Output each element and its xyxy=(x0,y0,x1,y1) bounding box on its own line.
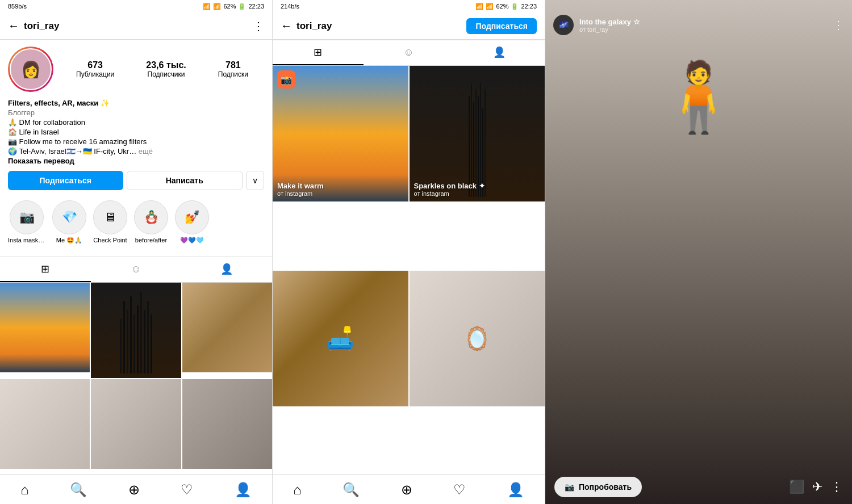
heart-icon-2[interactable]: ♡ xyxy=(453,482,466,498)
story-image: 🧍 xyxy=(545,0,852,504)
subscribe-button[interactable]: Подписаться xyxy=(8,171,123,190)
panel-1: 859b/s 📶 📶 62% 🔋 22:23 ← tori_ray ⋮ 👩 67… xyxy=(0,0,273,504)
highlight-item-2[interactable]: 💎 Me 🤩🙏 xyxy=(52,200,86,244)
grid-cell-6[interactable] xyxy=(182,379,272,469)
story-more-button[interactable]: ⋮ xyxy=(833,18,844,32)
bottom-nav-1: ⌂ 🔍 ⊕ ♡ 👤 xyxy=(0,474,272,504)
highlight-item-1[interactable]: 📷 Insta masks … xyxy=(8,200,45,244)
top-nav-1: ← tori_ray ⋮ xyxy=(0,12,272,40)
story-panel: 🌌 Into the galaxy ☆ от tori_ray ⋮ 🧍 📷 По… xyxy=(545,0,852,504)
bio-category: Блоггер xyxy=(8,108,264,117)
bio-section: Filters, effects, AR, маски ✨ Блоггер 🙏 … xyxy=(8,99,264,165)
posts-count: 673 xyxy=(87,60,103,70)
story-bottom: 📷 Попробовать ⬛ ✈ ⋮ xyxy=(545,470,852,504)
highlight-label-5: 💜💙🩵 xyxy=(180,237,204,244)
profile-row: 👩 673 Публикации 23,6 тыс. Подписчики 78… xyxy=(8,47,264,92)
status-bar-2: 214b/s 📶 📶 62% 🔋 22:23 xyxy=(273,0,545,12)
followers-label: Подписчики xyxy=(148,70,185,78)
photo-grid-2: 📸 Make it warm от instagram Sparkles on … xyxy=(273,66,545,474)
filter-author-2: от instagram xyxy=(414,190,485,197)
bio-line3: 📷 Follow me to receive 16 amazing filter… xyxy=(8,137,264,146)
show-translation[interactable]: Показать перевод xyxy=(8,157,264,165)
more-button-1[interactable]: ⋮ xyxy=(253,19,264,33)
following-label: Подписки xyxy=(218,70,248,78)
bio-line4: 🌍 Tel-Aviv, Israel🇮🇱→🇺🇦 IF-city, Ukr… ещ… xyxy=(8,147,264,156)
highlight-circle-2: 💎 xyxy=(52,200,86,234)
profile-section-1: 👩 673 Публикации 23,6 тыс. Подписчики 78… xyxy=(0,40,272,257)
posts-label: Публикации xyxy=(76,70,114,78)
signal-icon-2: 📶 xyxy=(486,3,494,10)
highlight-circle-5: 💅 xyxy=(175,200,209,234)
grid-cell-2[interactable] xyxy=(91,283,181,378)
send-icon[interactable]: ✈ xyxy=(812,480,822,494)
profile-icon-2[interactable]: 👤 xyxy=(507,482,524,498)
grid-cell-1[interactable] xyxy=(0,283,90,372)
bio-line1: 🙏 DM for collaboration xyxy=(8,118,264,127)
photo-grid-1 xyxy=(0,283,272,474)
search-icon-2[interactable]: 🔍 xyxy=(343,482,360,498)
filter-overlay-2: Sparkles on black ✦ от instagram xyxy=(414,182,485,197)
add-icon-2[interactable]: ⊕ xyxy=(401,482,412,498)
message-button[interactable]: Написать xyxy=(127,171,243,190)
highlight-circle-1: 📷 xyxy=(10,200,44,234)
story-subtitle: от tori_ray xyxy=(579,26,827,33)
highlight-circle-3: 🖥 xyxy=(93,200,127,234)
status-speed-1: 859b/s xyxy=(8,3,27,10)
highlight-item-3[interactable]: 🖥 Check Point xyxy=(93,200,127,244)
highlight-label-1: Insta masks … xyxy=(8,237,45,243)
tab-tagged-2[interactable]: 👤 xyxy=(454,40,545,65)
tab-grid-2[interactable]: ⊞ xyxy=(273,40,364,65)
home-icon-2[interactable]: ⌂ xyxy=(293,482,302,498)
story-person-figure: 🧍 xyxy=(656,62,741,131)
time-2: 22:23 xyxy=(521,3,537,10)
profile-icon-1[interactable]: 👤 xyxy=(235,482,252,498)
grid-cell-2-3[interactable]: 🛋️ xyxy=(273,271,408,406)
story-title: Into the galaxy ☆ xyxy=(579,18,827,26)
grid-cell-4[interactable] xyxy=(0,379,90,469)
tab-reels-2[interactable]: ☺ xyxy=(364,40,454,65)
battery-icon-2: 🔋 xyxy=(511,3,519,10)
add-icon-1[interactable]: ⊕ xyxy=(128,482,140,498)
tab-grid-1[interactable]: ⊞ xyxy=(0,257,91,282)
grid-cell-5[interactable] xyxy=(91,379,181,469)
filter-author-1: от instagram xyxy=(277,190,324,197)
grid-cell-3[interactable] xyxy=(182,283,272,372)
tab-tagged-1[interactable]: 👤 xyxy=(181,257,272,282)
status-bar-1: 859b/s 📶 📶 62% 🔋 22:23 xyxy=(0,0,272,12)
highlight-label-4: before/after xyxy=(135,237,167,243)
username-1: tori_ray xyxy=(24,20,253,32)
subscribe-nav-button[interactable]: Подписаться xyxy=(466,18,537,34)
username-2: tori_ray xyxy=(296,20,466,32)
more-icon[interactable]: ⋮ xyxy=(830,480,843,494)
try-button[interactable]: 📷 Попробовать xyxy=(554,477,642,497)
home-icon-1[interactable]: ⌂ xyxy=(20,482,29,498)
heart-icon-1[interactable]: ♡ xyxy=(181,482,193,498)
story-header: 🌌 Into the galaxy ☆ от tori_ray ⋮ xyxy=(545,8,852,42)
grid-cell-2-4[interactable]: 🪞 xyxy=(410,271,545,406)
stat-posts: 673 Публикации xyxy=(76,60,114,78)
back-button-2[interactable]: ← xyxy=(281,19,292,32)
status-right-2: 📶 📶 62% 🔋 22:23 xyxy=(475,3,537,10)
filter-overlay-1: Make it warm от instagram xyxy=(277,182,324,197)
chevron-button[interactable]: ∨ xyxy=(246,171,264,190)
highlight-item-5[interactable]: 💅 💜💙🩵 xyxy=(175,200,209,244)
bio-more[interactable]: ещё xyxy=(139,147,153,156)
grid-cell-2-2[interactable]: Sparkles on black ✦ от instagram xyxy=(410,66,545,201)
wifi-icon-2: 📶 xyxy=(475,3,483,10)
stat-followers: 23,6 тыс. Подписчики xyxy=(146,60,186,78)
highlight-circle-4: 🪆 xyxy=(134,200,168,234)
story-avatar[interactable]: 🌌 xyxy=(553,15,574,35)
avatar-ring[interactable]: 👩 xyxy=(8,47,53,92)
search-icon-1[interactable]: 🔍 xyxy=(70,482,87,498)
wifi-icon-1: 📶 xyxy=(203,3,211,10)
content-tabs-2: ⊞ ☺ 👤 xyxy=(273,40,545,66)
avatar: 👩 xyxy=(10,48,52,90)
tab-reels-1[interactable]: ☺ xyxy=(91,257,182,282)
highlight-label-3: Check Point xyxy=(93,237,127,243)
time-1: 22:23 xyxy=(248,3,264,10)
back-button-1[interactable]: ← xyxy=(8,19,19,32)
share-icon[interactable]: ⬛ xyxy=(789,480,804,494)
highlight-label-2: Me 🤩🙏 xyxy=(56,237,82,244)
grid-cell-2-1[interactable]: 📸 Make it warm от instagram xyxy=(273,66,408,201)
highlight-item-4[interactable]: 🪆 before/after xyxy=(134,200,168,244)
